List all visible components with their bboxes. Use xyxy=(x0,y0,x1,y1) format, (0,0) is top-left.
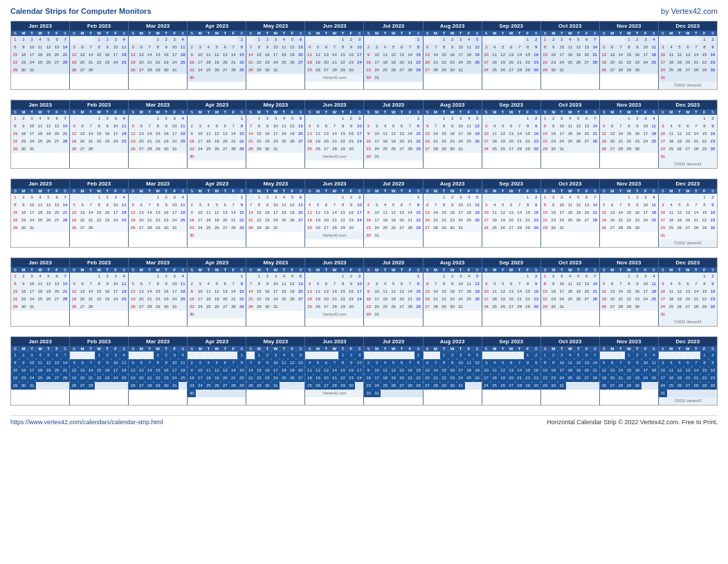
dow-cell: T xyxy=(457,109,465,115)
day-cell: 6 xyxy=(78,359,87,367)
day-cell: 8 xyxy=(700,280,709,288)
day-cell: 19 xyxy=(129,59,137,66)
day-cell: 28 xyxy=(145,303,154,311)
day-cell: 11 xyxy=(566,122,574,130)
day-cell: 18 xyxy=(120,209,128,217)
day-cell: 8 xyxy=(11,359,19,367)
dow-row: SMTWTFS xyxy=(541,188,599,194)
day-cell: 1 xyxy=(338,36,347,44)
day-cell: 18 xyxy=(36,367,44,374)
day-cell: 4 xyxy=(650,352,658,359)
day-cell: 11 xyxy=(381,209,389,217)
dow-cell: T xyxy=(457,30,465,36)
day-cell: 2 xyxy=(19,194,28,201)
day-cell: 2 xyxy=(448,194,457,201)
month-block: Nov 2023SMTWTFS1234567891011121314151617… xyxy=(600,100,659,168)
dow-cell: T xyxy=(263,267,271,273)
dow-cell: S xyxy=(415,30,423,36)
day-cell: 23 xyxy=(633,59,641,66)
dow-cell: M xyxy=(667,267,675,273)
day-cell: 22 xyxy=(11,59,19,66)
day-cell: 27 xyxy=(322,382,330,390)
day-cell: 14 xyxy=(516,288,524,295)
day-cell: 8 xyxy=(625,280,633,288)
days-grid: 1234567891011121314151617181920212223242… xyxy=(129,115,187,153)
dow-cell: T xyxy=(692,188,700,194)
day-cell: 4 xyxy=(280,273,288,280)
month-block: Apr 2023SMTWTFS1234567891011121314151617… xyxy=(188,337,246,405)
day-cell: 25 xyxy=(381,224,389,232)
day-cell: 6 xyxy=(608,122,617,130)
day-cell: 15 xyxy=(95,209,103,217)
dow-cell: F xyxy=(406,188,415,194)
month-block: Apr 2023SMTWTFS1234567891011121314151617… xyxy=(188,179,246,247)
day-cell: 24 xyxy=(372,224,381,232)
month-title: Jul 2023 xyxy=(364,337,422,346)
day-cell: 30 xyxy=(364,74,372,82)
dow-cell: S xyxy=(179,30,187,36)
dow-cell: W xyxy=(330,267,338,273)
dow-cell: W xyxy=(566,30,574,36)
day-cell: 18 xyxy=(179,130,187,138)
day-cell: 16 xyxy=(347,130,355,138)
dow-cell: T xyxy=(633,346,641,352)
dow-cell: M xyxy=(667,188,675,194)
day-cell: 14 xyxy=(61,359,69,367)
day-cell: 8 xyxy=(440,359,448,367)
watermark: Vertex42.com xyxy=(305,153,363,161)
day-cell: 3 xyxy=(355,36,363,44)
dow-cell: S xyxy=(600,30,608,36)
day-cell: 14 xyxy=(617,209,625,217)
day-cell: 22 xyxy=(237,59,246,66)
day-cell: 4 xyxy=(204,122,212,130)
dow-cell: M xyxy=(549,188,558,194)
day-cell: 29 xyxy=(237,66,246,74)
day-cell: 25 xyxy=(204,382,212,390)
day-cell: 19 xyxy=(313,374,322,382)
dow-cell: S xyxy=(659,109,667,115)
day-cell: 12 xyxy=(574,122,583,130)
days-grid: 1234567891011121314151617181920212223242… xyxy=(600,352,658,390)
day-cell: 28 xyxy=(406,145,415,153)
day-cell: 20 xyxy=(507,295,516,303)
day-cell-empty xyxy=(212,115,221,122)
day-cell: 12 xyxy=(499,51,507,59)
day-cell: 15 xyxy=(440,209,448,217)
day-cell: 24 xyxy=(271,217,280,224)
day-cell: 20 xyxy=(137,295,145,303)
day-cell: 12 xyxy=(675,51,684,59)
day-cell: 15 xyxy=(541,288,549,295)
dow-row: SMTWTFS xyxy=(482,267,540,273)
dow-cell: T xyxy=(103,267,111,273)
day-cell: 22 xyxy=(700,374,709,382)
day-cell: 20 xyxy=(507,59,516,66)
day-cell: 23 xyxy=(364,145,372,153)
day-cell: 10 xyxy=(372,209,381,217)
dow-row: SMTWTFS xyxy=(11,346,69,352)
day-cell: 9 xyxy=(162,201,170,209)
dow-cell: S xyxy=(120,346,128,352)
day-cell: 12 xyxy=(212,130,221,138)
day-cell: 29 xyxy=(415,66,423,74)
day-cell: 28 xyxy=(61,295,69,303)
dow-row: SMTWTFS xyxy=(70,346,128,352)
dow-cell: F xyxy=(465,267,473,273)
day-cell: 2 xyxy=(549,36,558,44)
day-cell-empty xyxy=(398,273,406,280)
dow-row: SMTWTFS xyxy=(70,109,128,115)
dow-cell: F xyxy=(700,188,709,194)
day-cell: 27 xyxy=(221,382,229,390)
day-cell: 11 xyxy=(36,201,44,209)
day-cell: 5 xyxy=(288,352,296,359)
day-cell: 8 xyxy=(440,122,448,130)
day-cell: 27 xyxy=(296,295,304,303)
day-cell: 11 xyxy=(204,209,212,217)
month-block: Feb 2023SMTWTFS1234567891011121314151617… xyxy=(70,337,129,405)
day-cell: 23 xyxy=(188,145,196,153)
day-cell: 4 xyxy=(491,359,499,367)
day-cell: 16 xyxy=(709,51,717,59)
day-cell-empty xyxy=(617,36,625,44)
day-cell: 20 xyxy=(684,138,692,145)
day-cell: 19 xyxy=(600,295,608,303)
dow-cell: W xyxy=(330,30,338,36)
